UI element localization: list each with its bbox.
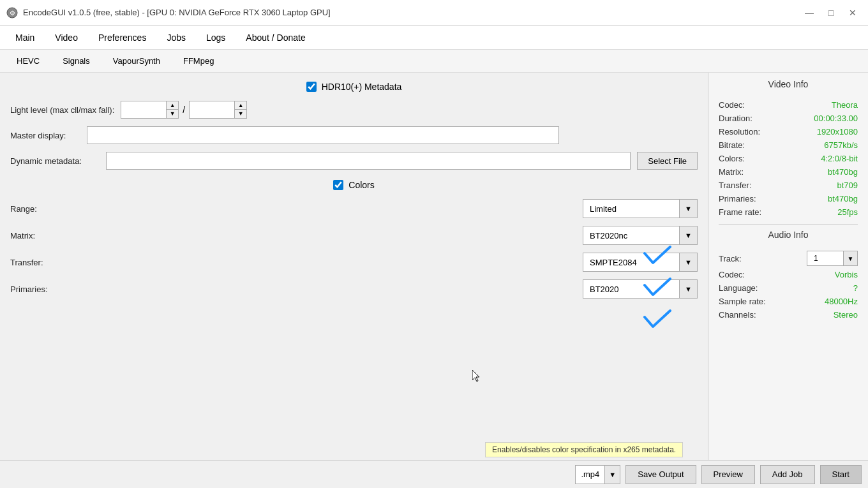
video-framerate-value: 25fps bbox=[837, 207, 858, 217]
light-level-input1[interactable]: 1000 bbox=[121, 101, 166, 118]
dynamic-metadata-label: Dynamic metadata: bbox=[10, 156, 100, 166]
menu-jobs[interactable]: Jobs bbox=[158, 29, 195, 47]
select-file-button[interactable]: Select File bbox=[637, 152, 698, 170]
audio-codec-value: Vorbis bbox=[835, 270, 858, 279]
tab-vapoursynth[interactable]: VapourSynth bbox=[103, 53, 170, 69]
audio-channels-value: Stereo bbox=[834, 310, 858, 320]
menu-logs[interactable]: Logs bbox=[197, 29, 234, 47]
colors-checkbox[interactable] bbox=[333, 180, 343, 190]
video-duration-row: Duration: 00:00:33.00 bbox=[719, 112, 858, 125]
audio-track-row: Track: 1 ▼ bbox=[719, 249, 858, 268]
format-arrow: ▼ bbox=[604, 466, 620, 484]
video-primaries-label: Primaries: bbox=[719, 194, 756, 203]
audio-samplerate-value: 48000Hz bbox=[825, 297, 858, 306]
audio-codec-label: Codec: bbox=[719, 270, 745, 279]
close-button[interactable]: ✕ bbox=[844, 6, 862, 19]
master-display-input[interactable]: G(13250,34500)B(7500,3000)R(34000,16000)… bbox=[87, 126, 559, 144]
audio-samplerate-label: Sample rate: bbox=[719, 297, 766, 306]
transfer-arrow: ▼ bbox=[679, 253, 697, 271]
light-level-up2[interactable]: ▲ bbox=[235, 101, 246, 110]
tab-signals[interactable]: Signals bbox=[52, 53, 100, 69]
start-button[interactable]: Start bbox=[820, 465, 862, 484]
matrix-label: Matrix: bbox=[10, 231, 74, 240]
preview-button[interactable]: Preview bbox=[701, 465, 755, 484]
audio-track-select[interactable]: 1 ▼ bbox=[807, 251, 858, 266]
range-arrow: ▼ bbox=[679, 200, 697, 218]
content-area: HDR10(+) Metadata Light level (max cll/m… bbox=[0, 73, 708, 460]
light-level-input2[interactable]: 1 bbox=[190, 101, 234, 118]
menu-preferences[interactable]: Preferences bbox=[89, 29, 155, 47]
video-transfer-value: bt709 bbox=[837, 181, 858, 190]
video-colors-row: Colors: 4:2:0/8-bit bbox=[719, 152, 858, 165]
light-level-down2[interactable]: ▼ bbox=[235, 110, 246, 118]
audio-channels-label: Channels: bbox=[719, 310, 756, 320]
video-codec-row: Codec: Theora bbox=[719, 98, 858, 112]
matrix-arrow: ▼ bbox=[679, 226, 697, 244]
audio-samplerate-row: Sample rate: 48000Hz bbox=[719, 295, 858, 308]
tab-ffmpeg[interactable]: FFMpeg bbox=[173, 53, 224, 69]
format-select[interactable]: .mp4 ▼ bbox=[575, 465, 620, 484]
master-display-row: Master display: G(13250,34500)B(7500,300… bbox=[10, 126, 698, 144]
menu-about[interactable]: About / Donate bbox=[237, 29, 314, 47]
transfer-value: SMPTE2084 bbox=[583, 258, 679, 267]
dynamic-metadata-input[interactable] bbox=[106, 152, 631, 170]
video-codec-value: Theora bbox=[832, 100, 858, 110]
hdr-metadata-checkbox[interactable] bbox=[306, 82, 317, 92]
maximize-button[interactable]: □ bbox=[822, 6, 840, 19]
minimize-button[interactable]: — bbox=[800, 6, 818, 19]
light-level-label: Light level (max cll/max fall): bbox=[10, 105, 114, 115]
title-bar: ⚙ EncodeGUI v1.0.5 (free, stable) - [GPU… bbox=[0, 0, 868, 26]
app-icon: ⚙ bbox=[6, 7, 18, 18]
audio-track-label: Track: bbox=[719, 254, 742, 263]
video-transfer-label: Transfer: bbox=[719, 181, 752, 190]
video-resolution-label: Resolution: bbox=[719, 127, 760, 137]
audio-codec-row: Codec: Vorbis bbox=[719, 268, 858, 281]
light-level-separator: / bbox=[183, 105, 185, 115]
tab-hevc[interactable]: HEVC bbox=[6, 53, 50, 69]
video-info-title: Video Info bbox=[719, 79, 858, 92]
primaries-row: Primaries: BT2020 ▼ bbox=[10, 279, 698, 299]
primaries-value: BT2020 bbox=[583, 285, 679, 294]
video-codec-label: Codec: bbox=[719, 100, 745, 110]
video-bitrate-label: Bitrate: bbox=[719, 140, 745, 150]
matrix-value: BT2020nc bbox=[583, 231, 679, 240]
transfer-label: Transfer: bbox=[10, 258, 74, 267]
title-bar-text: EncodeGUI v1.0.5 (free, stable) - [GPU 0… bbox=[23, 8, 331, 17]
matrix-select[interactable]: BT2020nc ▼ bbox=[583, 226, 698, 245]
video-transfer-row: Transfer: bt709 bbox=[719, 179, 858, 192]
dynamic-metadata-row: Dynamic metadata: Select File bbox=[10, 152, 698, 170]
menu-main[interactable]: Main bbox=[6, 29, 43, 47]
audio-channels-row: Channels: Stereo bbox=[719, 308, 858, 322]
hdr-metadata-row: HDR10(+) Metadata bbox=[10, 82, 698, 92]
audio-info-title: Audio Info bbox=[719, 230, 858, 242]
light-level-spinbox1: 1000 ▲ ▼ bbox=[121, 101, 179, 119]
add-job-button[interactable]: Add Job bbox=[760, 465, 815, 484]
light-level-up1[interactable]: ▲ bbox=[167, 101, 178, 110]
video-resolution-row: Resolution: 1920x1080 bbox=[719, 125, 858, 138]
transfer-select[interactable]: SMPTE2084 ▼ bbox=[583, 253, 698, 272]
video-matrix-label: Matrix: bbox=[719, 167, 744, 177]
video-duration-value: 00:00:33.00 bbox=[814, 114, 858, 123]
video-colors-value: 4:2:0/8-bit bbox=[821, 154, 858, 163]
menu-video[interactable]: Video bbox=[46, 29, 87, 47]
video-framerate-row: Frame rate: 25fps bbox=[719, 205, 858, 219]
video-matrix-value: bt470bg bbox=[828, 167, 858, 177]
video-bitrate-row: Bitrate: 6757kb/s bbox=[719, 138, 858, 152]
transfer-row: Transfer: SMPTE2084 ▼ bbox=[10, 253, 698, 272]
save-output-button[interactable]: Save Output bbox=[625, 465, 696, 484]
colors-row: Colors bbox=[10, 180, 698, 190]
video-primaries-value: bt470bg bbox=[828, 194, 858, 203]
sidebar: Video Info Codec: Theora Duration: 00:00… bbox=[708, 73, 868, 460]
range-select[interactable]: Limited ▼ bbox=[583, 199, 698, 218]
colors-label: Colors bbox=[348, 180, 374, 190]
light-level-spinbox-group: 1000 ▲ ▼ / 1 ▲ ▼ bbox=[121, 101, 247, 119]
audio-language-row: Language: ? bbox=[719, 281, 858, 295]
primaries-arrow: ▼ bbox=[679, 280, 697, 298]
menu-bar: Main Video Preferences Jobs Logs About /… bbox=[0, 26, 868, 50]
primaries-label: Primaries: bbox=[10, 285, 74, 294]
svg-text:⚙: ⚙ bbox=[10, 10, 15, 17]
light-level-spinbox2: 1 ▲ ▼ bbox=[189, 101, 247, 119]
primaries-select[interactable]: BT2020 ▼ bbox=[583, 279, 698, 299]
sub-tabs: HEVC Signals VapourSynth FFMpeg bbox=[0, 50, 868, 73]
light-level-down1[interactable]: ▼ bbox=[167, 110, 178, 118]
